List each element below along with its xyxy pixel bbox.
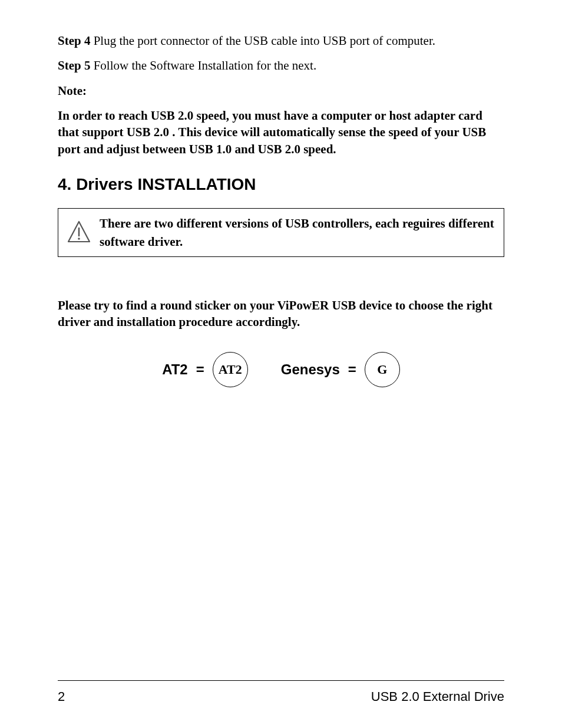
spacer	[58, 263, 504, 297]
step-4: Step 4 Plug the port connector of the US…	[58, 32, 504, 49]
sticker-row: AT2 = AT2 Genesys = G	[58, 352, 504, 387]
equals-sign: =	[196, 361, 204, 378]
sticker-circle-genesys: G	[365, 352, 400, 387]
page-number: 2	[58, 689, 65, 704]
note-label: Note:	[58, 83, 504, 99]
step-5-label: Step 5	[58, 58, 90, 73]
section-heading: 4. Drivers INSTALLATION	[58, 175, 504, 194]
content-area: Step 4 Plug the port connector of the US…	[58, 32, 504, 680]
sticker-instruction: Please try to find a round sticker on yo…	[58, 297, 504, 331]
sticker-group-genesys: Genesys = G	[281, 352, 400, 387]
step-5: Step 5 Follow the Software Installation …	[58, 57, 504, 74]
footer-title: USB 2.0 External Drive	[371, 689, 504, 704]
callout-text: There are two different versions of USB …	[100, 215, 495, 251]
note-body: In order to reach USB 2.0 speed, you mus…	[58, 107, 504, 157]
warning-icon	[67, 220, 91, 246]
document-page: Step 4 Plug the port connector of the US…	[0, 0, 562, 728]
sticker-circle-at2: AT2	[213, 352, 248, 387]
step-5-text: Follow the Software Installation for the…	[90, 58, 316, 73]
sticker-at2-label: AT2	[162, 361, 188, 378]
step-4-text: Plug the port connector of the USB cable…	[90, 34, 435, 48]
sticker-genesys-label: Genesys	[281, 361, 340, 378]
equals-sign: =	[348, 361, 356, 378]
svg-point-2	[78, 238, 80, 240]
sticker-group-at2: AT2 = AT2	[162, 352, 248, 387]
warning-callout: There are two different versions of USB …	[58, 208, 504, 257]
step-4-label: Step 4	[58, 34, 90, 48]
page-footer: 2 USB 2.0 External Drive	[58, 680, 504, 704]
